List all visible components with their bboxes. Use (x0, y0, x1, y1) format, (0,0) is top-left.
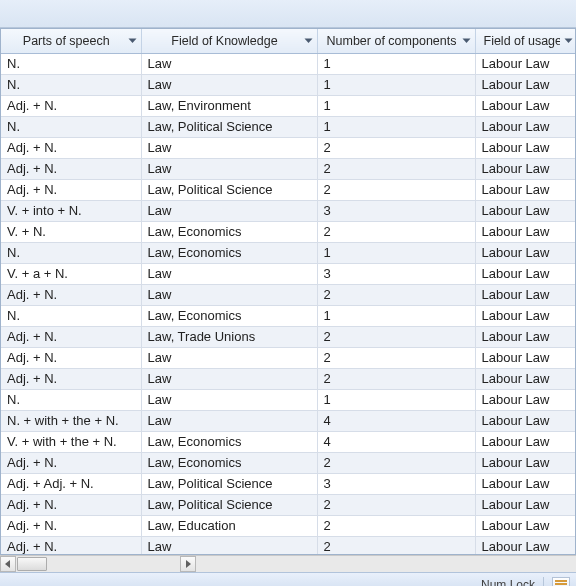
cell[interactable]: Law (141, 74, 317, 95)
cell[interactable]: Labour Law (475, 515, 576, 536)
cell[interactable]: Labour Law (475, 431, 576, 452)
col-header-number-of-components[interactable]: Number of components (317, 29, 475, 53)
cell[interactable]: Adj. + N. (1, 284, 141, 305)
cell[interactable]: 1 (317, 116, 475, 137)
table-row[interactable]: V. + into + N.Law3Labour Law (1, 200, 576, 221)
cell[interactable]: 2 (317, 158, 475, 179)
cell[interactable]: Labour Law (475, 242, 576, 263)
cell[interactable]: Adj. + N. (1, 515, 141, 536)
cell[interactable]: Law (141, 347, 317, 368)
cell[interactable]: Labour Law (475, 95, 576, 116)
cell[interactable]: Law, Economics (141, 242, 317, 263)
cell[interactable]: 1 (317, 305, 475, 326)
cell[interactable]: Law, Political Science (141, 473, 317, 494)
cell[interactable]: Labour Law (475, 473, 576, 494)
cell[interactable]: Labour Law (475, 137, 576, 158)
scroll-right-button[interactable] (180, 556, 196, 572)
cell[interactable]: Labour Law (475, 305, 576, 326)
cell[interactable]: Labour Law (475, 452, 576, 473)
cell[interactable]: Labour Law (475, 536, 576, 555)
cell[interactable]: Law (141, 158, 317, 179)
cell[interactable]: 2 (317, 536, 475, 555)
table-row[interactable]: Adj. + N.Law, Economics2Labour Law (1, 452, 576, 473)
cell[interactable]: 1 (317, 53, 475, 74)
cell[interactable]: Law (141, 263, 317, 284)
cell[interactable]: Adj. + Adj. + N. (1, 473, 141, 494)
cell[interactable]: Labour Law (475, 284, 576, 305)
cell[interactable]: Law, Political Science (141, 179, 317, 200)
cell[interactable]: Labour Law (475, 179, 576, 200)
horizontal-scrollbar[interactable] (0, 555, 576, 572)
cell[interactable]: 2 (317, 137, 475, 158)
cell[interactable]: Adj. + N. (1, 494, 141, 515)
cell[interactable]: Adj. + N. (1, 536, 141, 555)
table-row[interactable]: Adj. + N.Law, Political Science2Labour L… (1, 494, 576, 515)
cell[interactable]: Law (141, 368, 317, 389)
filter-dropdown-icon[interactable] (128, 36, 137, 45)
table-row[interactable]: Adj. + N.Law2Labour Law (1, 368, 576, 389)
cell[interactable]: Law (141, 284, 317, 305)
cell[interactable]: Labour Law (475, 263, 576, 284)
cell[interactable]: Labour Law (475, 410, 576, 431)
cell[interactable]: 2 (317, 326, 475, 347)
table-row[interactable]: Adj. + Adj. + N.Law, Political Science3L… (1, 473, 576, 494)
cell[interactable]: Law, Political Science (141, 116, 317, 137)
cell[interactable]: Adj. + N. (1, 137, 141, 158)
view-button[interactable] (552, 577, 570, 587)
cell[interactable]: 2 (317, 515, 475, 536)
cell[interactable]: Law, Economics (141, 305, 317, 326)
table-row[interactable]: N.Law1Labour Law (1, 53, 576, 74)
table-row[interactable]: V. + N.Law, Economics2Labour Law (1, 221, 576, 242)
table-row[interactable]: N. + with + the + N.Law4Labour Law (1, 410, 576, 431)
table-row[interactable]: Adj. + N.Law2Labour Law (1, 284, 576, 305)
cell[interactable]: Law, Economics (141, 221, 317, 242)
table-row[interactable]: N.Law, Political Science1Labour Law (1, 116, 576, 137)
table-row[interactable]: N.Law, Economics1Labour Law (1, 305, 576, 326)
cell[interactable]: N. (1, 305, 141, 326)
cell[interactable]: Labour Law (475, 326, 576, 347)
scroll-thumb[interactable] (17, 557, 47, 571)
cell[interactable]: Labour Law (475, 116, 576, 137)
table-row[interactable]: Adj. + N.Law2Labour Law (1, 158, 576, 179)
table-row[interactable]: N.Law, Economics1Labour Law (1, 242, 576, 263)
cell[interactable]: 1 (317, 95, 475, 116)
cell[interactable]: Law (141, 536, 317, 555)
cell[interactable]: Law, Education (141, 515, 317, 536)
table-row[interactable]: V. + a + N.Law3Labour Law (1, 263, 576, 284)
cell[interactable]: Adj. + N. (1, 158, 141, 179)
cell[interactable]: Adj. + N. (1, 452, 141, 473)
cell[interactable]: 1 (317, 74, 475, 95)
cell[interactable]: Law (141, 200, 317, 221)
cell[interactable]: V. + into + N. (1, 200, 141, 221)
cell[interactable]: V. + a + N. (1, 263, 141, 284)
cell[interactable]: Law, Economics (141, 431, 317, 452)
cell[interactable]: Law (141, 53, 317, 74)
table-row[interactable]: Adj. + N.Law2Labour Law (1, 536, 576, 555)
scroll-left-button[interactable] (0, 556, 16, 572)
filter-dropdown-icon[interactable] (564, 36, 573, 45)
cell[interactable]: 2 (317, 347, 475, 368)
cell[interactable]: Labour Law (475, 347, 576, 368)
cell[interactable]: 2 (317, 179, 475, 200)
cell[interactable]: N. (1, 53, 141, 74)
table-row[interactable]: Adj. + N.Law, Education2Labour Law (1, 515, 576, 536)
cell[interactable]: Labour Law (475, 389, 576, 410)
cell[interactable]: 3 (317, 473, 475, 494)
filter-dropdown-icon[interactable] (304, 36, 313, 45)
table-row[interactable]: Adj. + N.Law, Environment1Labour Law (1, 95, 576, 116)
cell[interactable]: 2 (317, 221, 475, 242)
table-row[interactable]: Adj. + N.Law2Labour Law (1, 137, 576, 158)
col-header-field-of-knowledge[interactable]: Field of Knowledge (141, 29, 317, 53)
cell[interactable]: Law, Political Science (141, 494, 317, 515)
table-row[interactable]: N.Law1Labour Law (1, 74, 576, 95)
cell[interactable]: Law (141, 410, 317, 431)
cell[interactable]: Law, Trade Unions (141, 326, 317, 347)
cell[interactable]: 2 (317, 452, 475, 473)
col-header-field-of-usage[interactable]: Field of usage (475, 29, 576, 53)
cell[interactable]: 2 (317, 494, 475, 515)
cell[interactable]: N. (1, 116, 141, 137)
table-row[interactable]: Adj. + N.Law, Trade Unions2Labour Law (1, 326, 576, 347)
cell[interactable]: Law (141, 137, 317, 158)
filter-dropdown-icon[interactable] (462, 36, 471, 45)
cell[interactable]: Labour Law (475, 53, 576, 74)
